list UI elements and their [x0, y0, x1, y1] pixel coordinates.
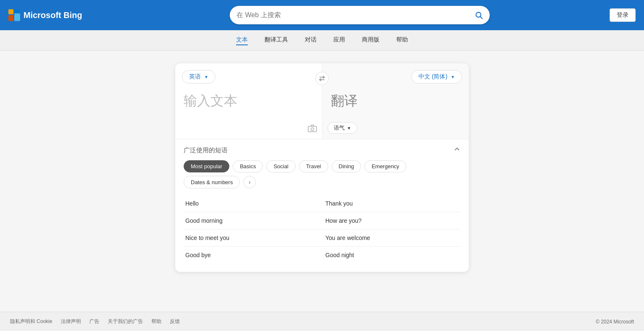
nav-item-apps[interactable]: 应用 [333, 35, 345, 45]
category-travel[interactable]: Travel [299, 160, 328, 172]
target-lang-chevron-icon: ▼ [451, 75, 455, 79]
camera-svg-icon [308, 125, 317, 132]
footer-ads[interactable]: 广告 [89, 318, 99, 325]
tone-chevron-icon: ▼ [347, 126, 351, 130]
footer-copyright: © 2024 Microsoft [596, 319, 634, 325]
source-lang-label: 英语 [189, 73, 201, 81]
target-lang-label: 中文 (简体) [418, 73, 447, 81]
category-social[interactable]: Social [266, 160, 295, 172]
header: Microsoft Bing 登录 [0, 0, 644, 30]
category-list: Most popular Basics Social Travel Dining… [184, 160, 460, 188]
search-bar-wrap [84, 6, 636, 24]
phrases-grid: Hello Thank you Good morning How are you… [184, 195, 460, 263]
footer: 隐私声明和 Cookie 法律声明 广告 关于我们的广告 帮助 反馈 © 202… [0, 312, 644, 331]
footer-privacy[interactable]: 隐私声明和 Cookie [10, 318, 52, 325]
swap-icon [319, 75, 325, 82]
logo-text: Microsoft Bing [23, 10, 82, 20]
footer-links: 隐私声明和 Cookie 法律声明 广告 关于我们的广告 帮助 反馈 [10, 318, 180, 325]
phrases-collapse-button[interactable] [454, 146, 460, 154]
tone-button[interactable]: 语气 ▼ [327, 122, 358, 134]
footer-legal[interactable]: 法律声明 [61, 318, 81, 325]
phrase-how-are-you[interactable]: How are you? [322, 212, 460, 229]
camera-icon[interactable] [308, 125, 317, 134]
phrase-good-morning[interactable]: Good morning [184, 212, 322, 229]
source-lang-select[interactable]: 英语 ▼ [182, 70, 216, 83]
chevron-up-icon [454, 146, 460, 153]
footer-about-ads[interactable]: 关于我们的广告 [108, 318, 143, 325]
footer-feedback[interactable]: 反馈 [170, 318, 180, 325]
nav-item-help[interactable]: 帮助 [396, 35, 408, 45]
category-dates-numbers[interactable]: Dates & numbers [184, 176, 240, 188]
nav-item-conversation[interactable]: 对话 [305, 35, 317, 45]
phrase-you-are-welcome[interactable]: You are welcome [322, 229, 460, 247]
source-panel: 英语 ▼ 输入文本 [175, 63, 322, 139]
svg-rect-1 [14, 9, 20, 13]
source-lang-chevron-icon: ▼ [204, 75, 208, 79]
target-panel: 中文 (简体) ▼ 翻译 语气 ▼ [322, 63, 469, 139]
phrases-title: 广泛使用的短语 [184, 146, 228, 154]
nav: 文本 翻译工具 对话 应用 商用版 帮助 [0, 30, 644, 51]
source-lang-row: 英语 ▼ [182, 70, 315, 83]
search-button[interactable] [475, 11, 483, 19]
translator-card: 英语 ▼ 输入文本 [175, 63, 469, 272]
nav-item-text[interactable]: 文本 [236, 35, 248, 45]
category-basics[interactable]: Basics [233, 160, 263, 172]
translation-panels: 英语 ▼ 输入文本 [175, 63, 469, 139]
phrase-good-night[interactable]: Good night [322, 247, 460, 263]
nav-item-business[interactable]: 商用版 [362, 35, 379, 45]
phrase-nice-to-meet-you[interactable]: Nice to meet you [184, 229, 322, 247]
phrases-header: 广泛使用的短语 [184, 146, 460, 154]
tone-label: 语气 [334, 124, 345, 132]
category-dining[interactable]: Dining [332, 160, 361, 172]
category-next-button[interactable]: › [243, 176, 256, 188]
target-lang-select[interactable]: 中文 (简体) ▼ [411, 70, 462, 83]
svg-rect-2 [14, 13, 20, 21]
phrase-thank-you[interactable]: Thank you [322, 195, 460, 212]
login-button[interactable]: 登录 [610, 8, 636, 22]
main-content: 英语 ▼ 输入文本 [0, 51, 644, 289]
chevron-right-icon: › [249, 179, 251, 185]
logo-area: Microsoft Bing [8, 9, 84, 21]
svg-rect-0 [8, 9, 13, 14]
svg-point-7 [311, 128, 314, 131]
nav-item-tools[interactable]: 翻译工具 [265, 35, 288, 45]
search-bar [230, 6, 490, 24]
target-lang-row: 中文 (简体) ▼ [329, 70, 462, 83]
search-icon [475, 11, 483, 19]
swap-languages-button[interactable] [315, 72, 329, 85]
category-emergency[interactable]: Emergency [364, 160, 406, 172]
search-input[interactable] [236, 11, 475, 19]
source-input-placeholder[interactable]: 输入文本 [182, 89, 315, 114]
svg-line-5 [480, 17, 483, 19]
bing-logo-icon [8, 9, 20, 21]
svg-rect-3 [8, 15, 13, 21]
translation-output: 翻译 [329, 89, 462, 114]
phrases-section: 广泛使用的短语 Most popular Basics Social Trave… [175, 139, 469, 272]
phrase-good-bye[interactable]: Good bye [184, 247, 322, 263]
footer-help[interactable]: 帮助 [151, 318, 161, 325]
phrase-hello[interactable]: Hello [184, 195, 322, 212]
category-most-popular[interactable]: Most popular [184, 160, 229, 172]
